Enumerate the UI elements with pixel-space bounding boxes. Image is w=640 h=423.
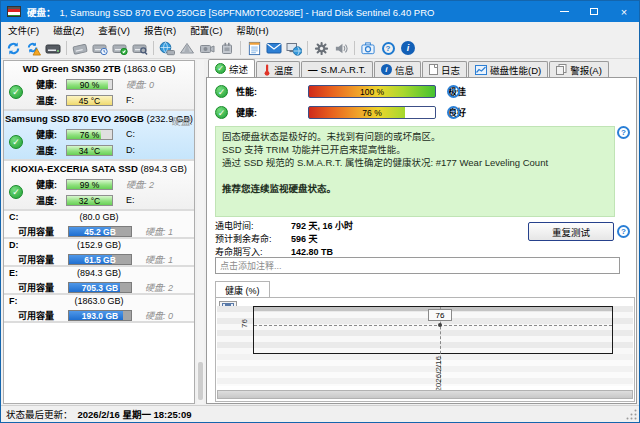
stat-label: 预计剩余寿命: (215, 233, 291, 246)
status-line: SSD 支持 TRIM 功能并已开启来提高性能。 (222, 143, 608, 156)
menu-report[interactable]: 报告(R) (137, 22, 183, 38)
retest-button[interactable]: 重复测试 (528, 222, 614, 241)
health-chart: 76 76 2026/2/16 (215, 297, 635, 402)
disk-offline-icon[interactable] (70, 39, 90, 57)
free-space-label: 可用容量 (18, 309, 62, 322)
performance-bar: 100 % (308, 85, 436, 98)
disk-number-label: 硬盘: 2 (126, 178, 154, 191)
refresh-alert-icon[interactable] (23, 39, 43, 57)
webcam-icon[interactable] (197, 39, 217, 57)
minimize-button[interactable] (549, 1, 579, 22)
menu-view[interactable]: 查看(V) (91, 22, 137, 38)
help-icon[interactable]: ? (447, 106, 460, 119)
help-icon[interactable]: ? (378, 39, 398, 57)
window-title-prefix: 硬盘： (27, 7, 56, 18)
comment-input[interactable] (215, 257, 620, 274)
app-window: 硬盘：1, Samsung SSD 870 EVO 250GB [S6PFNM0… (0, 0, 640, 423)
disk-search-icon[interactable] (130, 39, 150, 57)
window-controls: × (549, 1, 639, 22)
about-info-icon[interactable]: i (398, 39, 418, 57)
menu-config[interactable]: 配置(C) (183, 22, 229, 38)
disk-item-kioxia[interactable]: KIOXIA-EXCERIA SATA SSD (894.3 GB) ✓ 健康:… (4, 161, 194, 211)
temp-value: 45 °C (67, 96, 112, 107)
disk-clock-icon[interactable] (90, 39, 110, 57)
help-icon[interactable]: ? (617, 225, 630, 238)
disk-header: Samsung SSD 870 EVO 250GB (232.9 GB)硬盘: (4, 111, 194, 126)
partition-item-f[interactable]: F:(1863.0 GB) 可用容量193.0 GB硬盘: 0 (4, 295, 194, 323)
tab-label: 磁盘性能(D) (490, 63, 541, 77)
menu-disk[interactable]: 磁盘(Z) (46, 22, 91, 38)
partition-letter: E: (9, 268, 18, 278)
health-value: 99 % (67, 180, 112, 191)
drive-letters: C: (126, 129, 135, 139)
toolbar-separator (354, 41, 355, 55)
network-status-icon[interactable] (284, 39, 304, 57)
maximize-button[interactable] (579, 1, 609, 22)
tab-disk-performance[interactable]: 磁盘性能(D) (468, 61, 548, 77)
scrollbar-thumb[interactable] (198, 362, 203, 400)
check-icon: ✓ (215, 63, 226, 74)
disk-list-sidebar: WD Green SN350 2TB (1863.0 GB) ✓ 健康:90 %… (3, 60, 195, 404)
sound-icon[interactable] (331, 39, 351, 57)
disk-name: Samsung SSD 870 EVO 250GB (5, 113, 144, 124)
drive-letters: D: (126, 145, 135, 155)
chart-scrollbar[interactable] (217, 390, 633, 399)
status-label: 状态最后更新： (6, 407, 73, 421)
disk-item-samsung-selected[interactable]: Samsung SSD 870 EVO 250GB (232.9 GB)硬盘: … (4, 111, 194, 161)
tab-overview[interactable]: ✓综述 (208, 59, 255, 77)
tab-label: 信息 (395, 63, 414, 77)
screenshot-camera-icon[interactable] (358, 39, 378, 57)
help-icon[interactable]: ? (447, 85, 460, 98)
network-disk-icon[interactable] (157, 39, 177, 57)
free-space-label: 可用容量 (18, 281, 62, 294)
tab-information[interactable]: i信息 (374, 61, 421, 77)
health-chart-tab[interactable]: 健康 (%) (215, 281, 270, 297)
disk-item-wd[interactable]: WD Green SN350 2TB (1863.0 GB) ✓ 健康:90 %… (4, 61, 194, 111)
refresh-icon[interactable] (3, 39, 23, 57)
disk-status-ok-icon: ✓ (9, 85, 23, 99)
partition-size: (80.0 GB) (4, 212, 194, 222)
menu-help[interactable]: 帮助(H) (229, 22, 275, 38)
menu-file[interactable]: 文件(F) (1, 22, 46, 38)
status-timestamp: 2026/2/16 星期一 18:25:09 (78, 407, 192, 421)
hardware-device-icon[interactable] (217, 39, 237, 57)
partition-item-e[interactable]: E:(894.3 GB) 可用容量705.3 GB硬盘: 2 (4, 267, 194, 295)
partition-size: (152.9 GB) (4, 240, 194, 250)
tab-log[interactable]: 日志 (422, 61, 467, 77)
help-icon[interactable]: ? (617, 126, 630, 139)
tab-label: 警报(A) (570, 63, 602, 77)
report-icon[interactable] (244, 39, 264, 57)
toolbar-separator (153, 41, 154, 55)
close-button[interactable]: × (609, 1, 639, 22)
free-space-value: 705.3 GB (69, 283, 131, 294)
disk-number-label: 硬盘: (171, 114, 193, 126)
partition-letter: F: (9, 296, 18, 306)
tab-label: 日志 (441, 63, 460, 77)
tab-smart[interactable]: —S.M.A.R.T. (301, 61, 373, 77)
chart-y-tick: 76 (240, 319, 249, 328)
tab-alerts[interactable]: 警报(A) (549, 61, 609, 77)
disk-properties-icon[interactable] (43, 39, 63, 57)
close-icon: × (621, 6, 627, 18)
disk-number-label: 硬盘: 1 (145, 225, 173, 238)
document-icon (429, 64, 438, 75)
disk-accept-icon[interactable] (110, 39, 130, 57)
info-icon: i (381, 64, 392, 75)
sidebar-scrollbar[interactable] (197, 60, 204, 404)
resize-grip[interactable] (625, 408, 638, 421)
temp-label: 温度: (36, 194, 60, 207)
partition-item-c[interactable]: C:(80.0 GB) 可用容量45.2 GB硬盘: 1 (4, 211, 194, 239)
tab-temperature[interactable]: 温度 (256, 61, 300, 77)
performance-label: 性能: (236, 85, 308, 98)
health-bar: 76 % (308, 106, 436, 119)
email-icon[interactable] (264, 39, 284, 57)
partition-item-d[interactable]: D:(152.9 GB) 可用容量61.5 GB硬盘: 1 (4, 239, 194, 267)
minimize-icon (560, 11, 569, 12)
disk-header: KIOXIA-EXCERIA SATA SSD (894.3 GB) (4, 161, 194, 176)
health-bar: 76 % (66, 129, 113, 140)
status-bar: 状态最后更新： 2026/2/16 星期一 18:25:09 (1, 405, 639, 422)
surface-test-icon[interactable] (177, 39, 197, 57)
temp-bar: 32 °C (66, 195, 113, 206)
settings-gear-icon[interactable] (311, 39, 331, 57)
app-logo-icon (7, 6, 21, 17)
